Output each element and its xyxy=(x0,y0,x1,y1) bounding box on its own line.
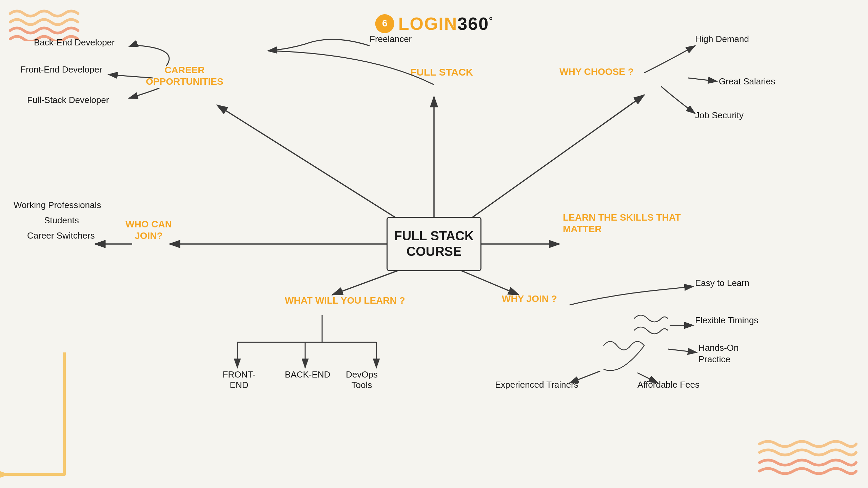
full-stack-developer-label: Full-Stack Developer xyxy=(27,95,109,105)
students-label: Students xyxy=(44,215,79,226)
front-end-learn-label: FRONT-END xyxy=(217,369,261,390)
full-stack-label: FULL STACK xyxy=(410,66,473,78)
hands-on-practice-label: Hands-OnPractice xyxy=(698,342,739,365)
logo-text: LOGIN360° xyxy=(398,14,494,34)
career-switchers-label: Career Switchers xyxy=(27,230,95,241)
svg-line-4 xyxy=(217,105,405,224)
svg-line-19 xyxy=(668,349,697,352)
job-security-label: Job Security xyxy=(695,110,744,121)
why-join-label: WHY JOIN ? xyxy=(502,293,557,305)
affordable-fees-label: Affordable Fees xyxy=(637,380,699,390)
svg-text:6: 6 xyxy=(382,18,388,28)
svg-line-12 xyxy=(688,78,717,81)
svg-line-6 xyxy=(461,95,644,225)
wave-decoration-bottom-right xyxy=(756,437,858,478)
yellow-line xyxy=(0,352,85,488)
svg-line-11 xyxy=(454,268,519,295)
center-box: FULL STACKCOURSE xyxy=(387,217,481,271)
learn-skills-label: LEARN THE SKILLS THATMATTER xyxy=(563,212,692,235)
flexible-timings-label: Flexible Timings xyxy=(695,315,758,326)
devops-learn-label: DevOpsTools xyxy=(346,369,378,390)
who-can-join-label: WHO CANJOIN? xyxy=(125,219,172,241)
great-salaries-label: Great Salaries xyxy=(719,76,775,87)
back-end-developer-label: Back-End Developer xyxy=(34,37,115,48)
high-demand-label: High Demand xyxy=(695,34,749,44)
career-opportunities-label: CAREEROPPORTUNITIES xyxy=(146,64,223,87)
logo-icon: 6 xyxy=(375,14,395,34)
center-box-text: FULL STACKCOURSE xyxy=(394,228,474,259)
logo: 6 LOGIN360° xyxy=(375,14,494,34)
what-will-learn-label: WHAT WILL YOU LEARN ? xyxy=(285,295,405,306)
working-professionals-label: Working Professionals xyxy=(14,200,101,210)
front-end-developer-label: Front-End Developer xyxy=(20,64,102,75)
why-choose-label: WHY CHOOSE ? xyxy=(559,66,634,78)
easy-to-learn-label: Easy to Learn xyxy=(695,278,749,288)
back-end-learn-label: BACK-END xyxy=(285,369,330,380)
experienced-trainers-label: Experienced Trainers xyxy=(495,380,578,390)
wave-decoration-top-left xyxy=(7,7,81,41)
freelancer-label: Freelancer xyxy=(370,34,412,44)
